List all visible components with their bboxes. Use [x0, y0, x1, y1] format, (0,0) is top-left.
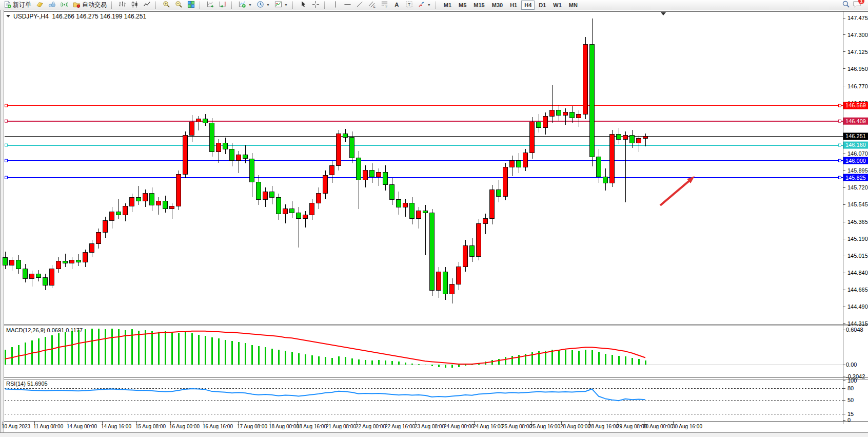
toolbar-separator [436, 2, 438, 9]
svg-text:146.000: 146.000 [845, 158, 866, 164]
candlestick-chart-button[interactable] [129, 0, 141, 10]
svg-text:147.475: 147.475 [847, 15, 868, 21]
fibonacci-icon: F [381, 1, 388, 10]
chart-shift-button[interactable] [217, 0, 229, 10]
timeframe-button-m30[interactable]: M30 [489, 1, 506, 10]
timeframe-button-w1[interactable]: W1 [550, 1, 565, 10]
svg-text:T: T [408, 2, 410, 7]
chevron-down-icon: ▼ [284, 3, 288, 7]
auto-scroll-button[interactable] [205, 0, 216, 10]
svg-text:145.365: 145.365 [847, 219, 868, 225]
svg-text:145.720: 145.720 [847, 184, 868, 191]
horizontal-line-tool-button[interactable] [342, 0, 353, 10]
metaeditor-button[interactable] [34, 0, 46, 10]
svg-text:23 Aug 08:00: 23 Aug 08:00 [415, 424, 445, 429]
chevron-down-icon: ▼ [266, 3, 270, 7]
svg-text:144.665: 144.665 [847, 287, 868, 293]
search-button[interactable] [840, 0, 852, 10]
svg-text:18 Aug 00:00: 18 Aug 00:00 [269, 424, 299, 429]
svg-text:15 Aug 08:00: 15 Aug 08:00 [135, 424, 166, 429]
timeframe-button-m15[interactable]: M15 [470, 1, 487, 10]
periods-button[interactable]: ▼ [254, 0, 272, 10]
crosshair-icon [312, 1, 320, 10]
timeframe-button-h4[interactable]: H4 [521, 1, 535, 10]
svg-text:25 Aug 08:00: 25 Aug 08:00 [502, 424, 532, 429]
toolbar-separator [111, 2, 114, 9]
trendline-tool-button[interactable] [354, 0, 366, 10]
signals-button[interactable] [58, 0, 70, 10]
cursor-icon [300, 1, 307, 10]
svg-text:14 Aug 16:00: 14 Aug 16:00 [101, 424, 131, 429]
arrows-tool-button[interactable]: ▼ [416, 0, 433, 10]
svg-text:146.070: 146.070 [847, 150, 868, 157]
timeframe-button-d1[interactable]: D1 [536, 1, 549, 10]
svg-text:144.490: 144.490 [847, 303, 868, 310]
indicators-button[interactable]: ▼ [236, 0, 254, 10]
svg-text:100: 100 [847, 377, 857, 384]
auto-scroll-icon [207, 1, 214, 10]
cursor-button[interactable] [298, 0, 309, 10]
toolbar-separator [231, 2, 234, 9]
svg-text:28 Aug 00:00: 28 Aug 00:00 [560, 424, 590, 429]
bar-chart-icon [119, 1, 126, 10]
svg-text:144.840: 144.840 [847, 270, 868, 276]
text-tool-button[interactable]: A [391, 0, 403, 10]
svg-text:22 Aug 00:00: 22 Aug 00:00 [356, 424, 386, 429]
horizontal-line-icon [344, 1, 351, 10]
svg-text:17 Aug 08:00: 17 Aug 08:00 [237, 424, 267, 429]
macd-label: MACD(12,26,9) 0.0691 0.1177 [6, 327, 83, 333]
svg-text:24 Aug 00:00: 24 Aug 00:00 [444, 424, 474, 429]
timeframe-button-m1[interactable]: M1 [441, 1, 455, 10]
svg-text:147.300: 147.300 [847, 32, 868, 38]
notification-badge: 1 [858, 0, 864, 4]
mql5-community-button[interactable] [46, 0, 58, 10]
chart-header[interactable]: USDJPY-,H4 146.266 146.275 146.199 146.2… [6, 13, 146, 20]
chart-canvas[interactable]: 147.475147.300147.125146.950146.770146.5… [0, 10, 868, 437]
toolbar-separator [155, 2, 158, 9]
equidistant-channel-icon: E [368, 1, 376, 10]
vertical-line-tool-button[interactable] [329, 0, 341, 10]
autotrading-button[interactable]: 自动交易 [71, 0, 109, 10]
zoom-out-button[interactable] [173, 0, 185, 10]
svg-text:22 Aug 16:00: 22 Aug 16:00 [385, 424, 415, 429]
text-label-tool-button[interactable]: T [403, 0, 415, 10]
svg-text:146.770: 146.770 [847, 83, 868, 89]
svg-text:11 Aug 08:00: 11 Aug 08:00 [33, 424, 64, 429]
zoom-in-button[interactable] [161, 0, 172, 10]
tile-windows-button[interactable] [185, 0, 197, 10]
new-order-button[interactable]: 新订单 [2, 0, 33, 10]
timeframe-toolbar: M1M5M15M30H1H4D1W1MN [441, 1, 581, 10]
fibonacci-tool-button[interactable]: F [379, 0, 390, 10]
svg-text:146.409: 146.409 [845, 118, 866, 124]
trading-terminal: 新订单 自动交易 ▼ ▼ ▼ [0, 0, 868, 437]
clock-icon [257, 1, 264, 10]
templates-icon [274, 1, 282, 10]
channel-tool-button[interactable]: E [366, 0, 378, 10]
bar-chart-button[interactable] [116, 0, 128, 10]
zoom-in-icon [163, 1, 170, 10]
toolbar-separator [200, 2, 202, 9]
line-chart-button[interactable] [141, 0, 153, 10]
zoom-out-icon [175, 1, 183, 10]
svg-text:144.315: 144.315 [847, 320, 868, 327]
svg-text:0.6048: 0.6048 [846, 327, 863, 333]
svg-text:145.825: 145.825 [845, 175, 866, 181]
timeframe-button-mn[interactable]: MN [566, 1, 581, 10]
svg-text:145.015: 145.015 [847, 253, 868, 259]
svg-text:25 Aug 16:00: 25 Aug 16:00 [530, 424, 560, 429]
vertical-line-icon [331, 1, 339, 10]
text-label-icon: T [405, 1, 413, 10]
gold-gem-icon [36, 1, 44, 10]
svg-text:146.950: 146.950 [847, 66, 868, 72]
svg-text:E: E [373, 4, 376, 8]
crosshair-button[interactable] [310, 0, 322, 10]
timeframe-button-m5[interactable]: M5 [456, 1, 469, 10]
signal-waves-icon [61, 1, 68, 10]
timeframe-button-h1[interactable]: H1 [507, 1, 520, 10]
chevron-down-icon: ▼ [248, 3, 252, 7]
svg-text:145.545: 145.545 [847, 201, 868, 207]
notifications-button[interactable]: 1 [853, 0, 861, 10]
line-chart-icon [143, 1, 151, 10]
svg-text:28 Aug 16:00: 28 Aug 16:00 [588, 424, 619, 429]
templates-button[interactable]: ▼ [272, 0, 290, 10]
